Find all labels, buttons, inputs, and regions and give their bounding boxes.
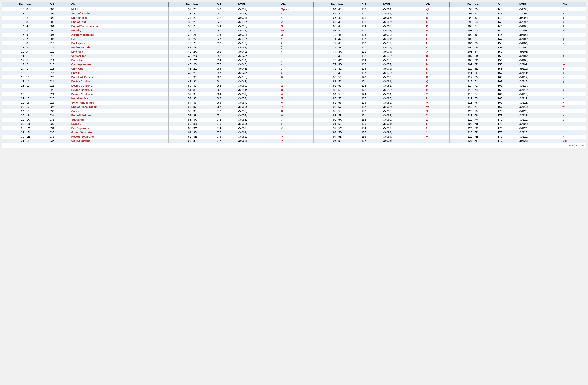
cell-chr3: Q [425,79,450,83]
cell-oct4: 166 [497,101,518,105]
cell-hex3: 47 [337,37,360,41]
col-header-hex4: Hex [473,2,497,7]
cell-chr2: " [280,16,314,20]
cell-dec1: 0 [2,7,25,11]
cell-chr3: U [425,96,450,101]
ascii-table: Dec Hex Oct Chr Dec Hex Oct HTML Chr Dec… [2,2,586,143]
cell-oct4: 143 [497,20,518,24]
cell-html2: &#043; [237,54,280,58]
cell-oct2: 075 [215,130,237,135]
cell-hex1: F [25,71,48,75]
cell-chr3: G [425,37,450,41]
cell-chr3: [ [425,122,450,126]
cell-oct4: 146 [497,33,518,37]
cell-html3: &#095; [382,139,425,143]
cell-html3: &#076; [382,58,425,62]
cell-hex4: 68 [473,41,497,45]
cell-chr2: 0 [280,75,314,79]
cell-dec1: 25 [2,113,25,118]
cell-hex3: 4C [337,58,360,62]
cell-oct3: 121 [360,79,382,83]
cell-hex1: E [25,67,48,71]
cell-oct4: 173 [497,122,518,126]
cell-hex3: 41 [337,11,360,16]
cell-chr3: X [425,109,450,113]
cell-html2: &#058; [237,118,280,122]
cell-oct1: 032 [48,118,70,122]
cell-oct3: 113 [360,54,382,58]
cell-dec3: 64 [314,7,337,11]
cell-chr3: F [425,33,450,37]
cell-dec4: 109 [450,62,473,67]
cell-chr3: P [425,75,450,79]
cell-chr2: : [280,118,314,122]
cell-oct1: 012 [48,50,70,54]
cell-oct1: 024 [48,92,70,96]
cell-chr2: $ [280,24,314,28]
cell-dec3: 66 [314,16,337,20]
cell-chr1-name: Data Link Escape [70,75,168,79]
cell-chr1-name: End of Trans. Block [70,105,168,109]
cell-dec3: 78 [314,67,337,71]
cell-dec1: 8 [2,41,25,45]
table-body: 00000NULL3220040&#032;Space6440100&#064;… [2,7,586,143]
cell-oct3: 105 [360,28,382,33]
col-header-hex3: Hex [337,2,360,7]
col-header-chr4: Chr [561,2,586,7]
cell-dec3: 69 [314,28,337,33]
cell-oct1: 014 [48,58,70,62]
cell-dec4: 110 [450,67,473,71]
cell-chr4: p [561,75,586,79]
cell-html4: &#108; [518,58,561,62]
cell-hex3: 55 [337,96,360,101]
cell-html2: &#060; [237,126,280,130]
cell-oct1: 015 [48,62,70,67]
cell-oct3: 103 [360,20,382,24]
cell-dec4: 108 [450,58,473,62]
cell-hex2: 28 [192,41,215,45]
cell-oct1: 001 [48,11,70,16]
cell-dec4: 116 [450,92,473,96]
cell-oct2: 040 [215,7,237,11]
cell-hex3: 52 [337,83,360,88]
cell-html2: &#038; [237,33,280,37]
cell-hex2: 3C [192,126,215,130]
cell-html4: &#119; [518,105,561,109]
cell-hex4: 7E [473,135,497,139]
cell-oct4: 140 [497,7,518,11]
cell-oct3: 137 [360,139,382,143]
cell-html4: &#100; [518,24,561,28]
cell-dec3: 73 [314,45,337,50]
cell-dec1: 24 [2,109,25,113]
cell-html2: &#053; [237,96,280,101]
cell-oct3: 120 [360,75,382,79]
cell-oct3: 114 [360,58,382,62]
cell-oct3: 127 [360,105,382,109]
cell-oct2: 042 [215,16,237,20]
cell-chr1-name: End of Text [70,20,168,24]
cell-dec2: 46 [168,67,192,71]
cell-dec4: 117 [450,96,473,101]
cell-oct2: 070 [215,109,237,113]
table-row: 13D015Carriage return452D055&#045;-774D1… [2,62,586,67]
cell-dec4: 104 [450,41,473,45]
cell-hex4: 73 [473,88,497,92]
cell-chr2: 5 [280,96,314,101]
cell-html4: &#118; [518,101,561,105]
cell-hex2: 31 [192,79,215,83]
cell-dec1: 18 [2,83,25,88]
cell-hex1: D [25,62,48,67]
cell-dec1: 14 [2,67,25,71]
cell-dec2: 51 [168,88,192,92]
cell-dec3: 83 [314,88,337,92]
cell-dec4: 120 [450,109,473,113]
cell-hex2: 3A [192,118,215,122]
cell-html4: &#113; [518,79,561,83]
cell-html2: &#050; [237,83,280,88]
cell-oct4: 153 [497,54,518,58]
cell-chr1-name: File Separator [70,126,168,130]
cell-dec2: 59 [168,122,192,126]
cell-chr3: Z [425,118,450,122]
cell-hex3: 5D [337,130,360,135]
cell-html3: &#094; [382,135,425,139]
